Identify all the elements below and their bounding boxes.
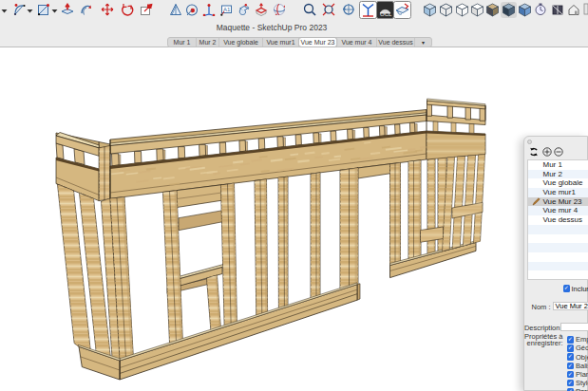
svg-text:OCL: OCL xyxy=(380,10,392,16)
svg-text:A1: A1 xyxy=(223,7,231,12)
